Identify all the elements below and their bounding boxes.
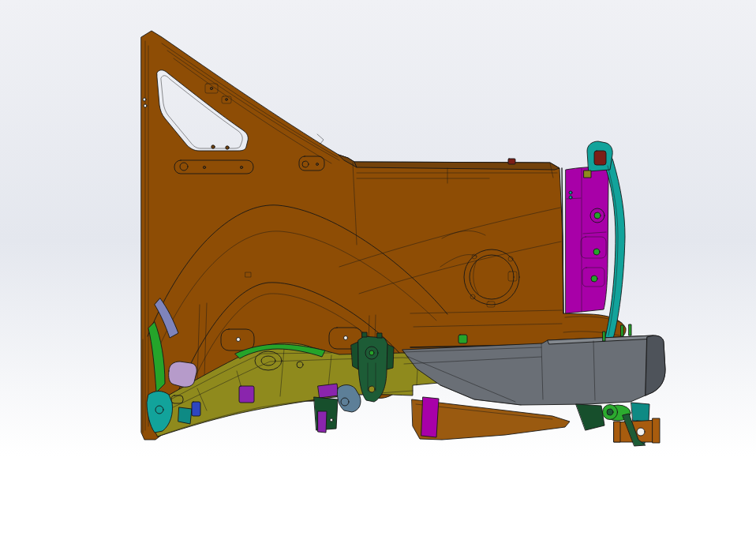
part-dark-teal-bits[interactable] <box>178 407 192 424</box>
hitch-pin-hole <box>637 428 645 436</box>
cad-viewport[interactable] <box>0 0 756 536</box>
part-lavender-bracket[interactable] <box>169 362 197 387</box>
part-purple-block[interactable] <box>239 386 254 403</box>
part-blue-bracket[interactable] <box>192 402 200 416</box>
part-magenta-sliver[interactable] <box>421 397 439 437</box>
rail-clip <box>508 159 515 164</box>
